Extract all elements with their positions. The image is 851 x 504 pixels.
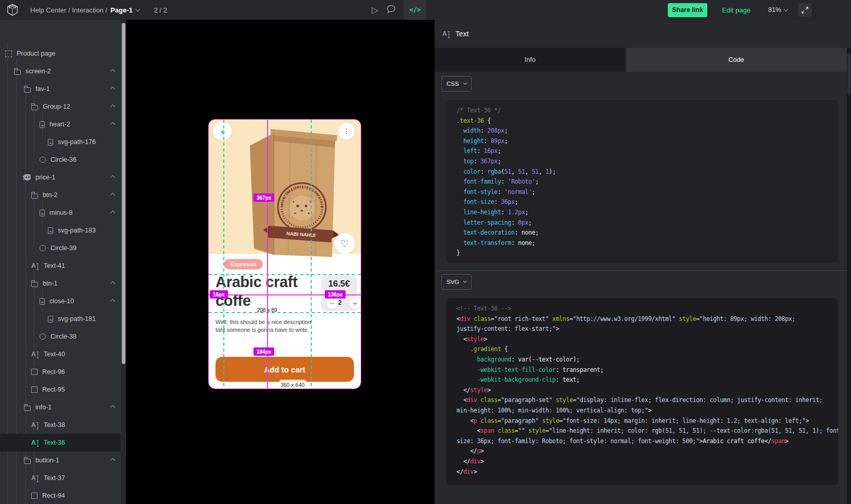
product-screen-frame[interactable]: 100% ORGANIC COLOMBIA COFFEE NABI NAHUI (209, 120, 361, 389)
collapse-chevron-icon[interactable] (110, 210, 116, 215)
code-line: size: 36px; font-family: Roboto; font-st… (456, 436, 828, 447)
circle-icon (40, 333, 46, 340)
tree-item-label: svg-path-181 (58, 315, 96, 322)
tree-item-Group-12[interactable]: Group-12 (0, 98, 121, 115)
tree-item-close-10[interactable]: close-10 (0, 292, 121, 310)
tree-item-Circle-36[interactable]: Circle-36 (0, 151, 121, 169)
more-options-button[interactable]: ⋮ (338, 123, 355, 139)
tree-item-Text-36[interactable]: Text-36 (0, 434, 121, 451)
tree-item-minus-8[interactable]: minus-8 (0, 204, 121, 222)
zoom-level-value: 81% (768, 6, 781, 14)
tree-item-label: heart-2 (49, 121, 70, 128)
inspector-scrollbar-track[interactable] (847, 48, 851, 504)
tree-item-Rect-94[interactable]: Rect-94 (0, 487, 121, 504)
collapse-chevron-icon[interactable] (110, 86, 116, 92)
tab-code[interactable]: Code (626, 48, 847, 72)
collapse-chevron-icon[interactable] (110, 69, 116, 74)
collapse-chevron-icon[interactable] (110, 458, 116, 463)
breadcrumb[interactable]: Help Center / Interaction / Page-1 (30, 6, 139, 14)
play-button[interactable]: ▷ (372, 6, 378, 15)
rect-icon (31, 493, 37, 499)
folder-icon (31, 282, 38, 287)
code-line: </style> (456, 385, 828, 396)
tree-item-Rect-95[interactable]: Rect-95 (0, 381, 121, 398)
tree-item-Product page[interactable]: Product page (0, 45, 121, 62)
category-tag[interactable]: Expresso (224, 259, 263, 269)
code-line: height: 89px; (456, 136, 828, 147)
tree-item-label: Circle-39 (50, 244, 77, 252)
product-title[interactable]: Arabic craft coffe (215, 273, 305, 310)
svg-format-select[interactable]: SVG (441, 274, 472, 290)
zoom-level-dropdown[interactable]: 81% (768, 6, 788, 14)
svg-code-block[interactable]: <!-- Text-36 --><div class="root rich-te… (446, 298, 838, 485)
collapse-chevron-icon[interactable] (110, 281, 116, 286)
folder-icon (14, 70, 21, 75)
collapse-chevron-icon[interactable] (110, 175, 116, 180)
quantity-plus-button[interactable]: + (349, 298, 361, 309)
tree-item-label: Group-12 (43, 103, 70, 110)
back-button[interactable]: ‹ (213, 122, 232, 140)
page-dropdown-chevron-icon[interactable] (135, 7, 140, 12)
rect-icon (31, 386, 37, 393)
tree-item-Text-38[interactable]: Text-38 (0, 416, 121, 434)
app-logo-icon[interactable] (0, 0, 25, 20)
tree-item-label: Rect-95 (42, 386, 65, 393)
code-mode-button[interactable]: </> (404, 0, 426, 20)
app-window: Help Center / Interaction / Page-1 2 / 2… (0, 0, 851, 504)
collapse-chevron-icon[interactable] (110, 122, 116, 127)
tree-item-Circle-38[interactable]: Circle-38 (0, 328, 121, 345)
text-icon (31, 440, 39, 446)
css-format-select[interactable]: CSS (441, 76, 472, 92)
tree-item-label: close-10 (49, 298, 74, 305)
collapse-chevron-icon[interactable] (110, 192, 116, 198)
tree-item-Text-40[interactable]: Text-40 (0, 345, 121, 363)
tree-item-info-1[interactable]: info-1 (0, 398, 121, 416)
code-line: font-style: 'normal'; (456, 187, 828, 198)
tree-item-Circle-39[interactable]: Circle-39 (0, 239, 121, 257)
inspector-header: Text (435, 20, 851, 48)
fullscreen-button[interactable] (798, 3, 811, 17)
add-to-cart-button[interactable]: Add to cart (215, 357, 354, 382)
design-canvas[interactable]: 100% ORGANIC COLOMBIA COFFEE NABI NAHUI … (126, 20, 435, 504)
edit-page-link[interactable]: Edit page (722, 6, 751, 14)
tree-item-label: fav-1 (35, 85, 50, 93)
tab-info[interactable]: Info (435, 48, 626, 72)
tree-item-button-1[interactable]: button-1 (0, 451, 121, 469)
selection-guide (209, 274, 361, 275)
tree-item-svg-path-181[interactable]: svg-path-181 (0, 310, 121, 328)
tree-item-Text-41[interactable]: Text-41 (0, 257, 121, 275)
css-code-block[interactable]: /* Text-36 */.text-36 { width: 208px; he… (446, 100, 838, 263)
text-icon (31, 475, 39, 482)
tree-item-price-1[interactable]: price-1 (0, 169, 121, 186)
select-chevron-icon (463, 81, 467, 85)
tree-item-label: price-1 (35, 174, 55, 181)
tree-item-Rect-96[interactable]: Rect-96 (0, 363, 121, 381)
inspector-scrollbar-thumb[interactable] (847, 53, 850, 95)
code-line: font-family: 'Roboto'; (456, 177, 828, 187)
inspector-panel: Text Info Code CSS /* Text-36 */.text-36… (435, 20, 851, 504)
tree-item-btn-2[interactable]: btn-2 (0, 186, 121, 204)
tree-item-label: svg-path-183 (58, 227, 96, 234)
favorite-heart-button[interactable]: ♡ (334, 233, 355, 254)
file-icon (48, 139, 53, 146)
tree-item-heart-2[interactable]: heart-2 (0, 115, 121, 133)
tree-item-svg-path-183[interactable]: svg-path-183 (0, 222, 121, 239)
tree-item-Text-37[interactable]: Text-37 (0, 469, 121, 487)
code-line: background: var(--text-color); (456, 355, 828, 365)
measurement-badge: 136px (325, 290, 346, 299)
tree-item-svg-path-176[interactable]: svg-path-176 (0, 133, 121, 151)
comment-button[interactable] (386, 4, 397, 17)
tree-item-screen-2[interactable]: screen-2 (0, 62, 121, 80)
collapse-chevron-icon[interactable] (110, 299, 116, 304)
code-line: <p class="paragraph" style="font-size: 1… (456, 416, 828, 427)
tree-item-label: Text-36 (44, 439, 65, 446)
sidebar-scrollbar-thumb[interactable] (122, 23, 125, 364)
collapse-chevron-icon[interactable] (110, 104, 116, 109)
collapse-chevron-icon[interactable] (110, 405, 116, 410)
code-line: </div> (456, 457, 828, 467)
rect-icon (31, 369, 37, 375)
tree-item-btn-1[interactable]: btn-1 (0, 275, 121, 292)
code-line: </p> (456, 446, 828, 457)
tree-item-fav-1[interactable]: fav-1 (0, 80, 121, 98)
share-link-button[interactable]: Share link (668, 3, 707, 17)
